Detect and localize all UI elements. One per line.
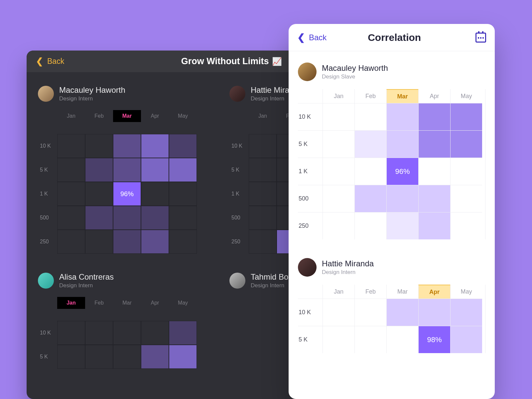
- heatmap-cell[interactable]: [113, 345, 141, 369]
- heatmap-cell[interactable]: [450, 212, 482, 239]
- heatmap-cell[interactable]: [169, 321, 197, 345]
- month-header[interactable]: Mar: [386, 285, 418, 299]
- heatmap-cell[interactable]: [450, 103, 482, 130]
- heatmap-cell[interactable]: [386, 130, 418, 158]
- month-header[interactable]: Feb: [354, 89, 386, 103]
- heatmap-cell[interactable]: [141, 230, 169, 254]
- month-header[interactable]: Apr: [418, 89, 450, 103]
- month-header[interactable]: May: [450, 89, 482, 103]
- heatmap-cell[interactable]: [323, 212, 354, 239]
- heatmap-cell-highlight[interactable]: 96%: [386, 158, 418, 185]
- heatmap-cell[interactable]: [57, 134, 85, 158]
- heatmap-cell[interactable]: [85, 345, 113, 369]
- month-header[interactable]: Jan: [323, 285, 354, 299]
- heatmap-cell[interactable]: [386, 326, 418, 353]
- heatmap-cell[interactable]: [57, 230, 85, 254]
- heatmap-cell[interactable]: [323, 130, 354, 158]
- heatmap-cell[interactable]: [169, 345, 197, 369]
- heatmap-cell[interactable]: [450, 299, 482, 326]
- avatar[interactable]: [229, 273, 245, 289]
- heatmap-cell[interactable]: [418, 185, 450, 212]
- heatmap-cell[interactable]: [57, 345, 85, 369]
- month-header[interactable]: Jan: [249, 110, 277, 122]
- month-header[interactable]: Mar: [113, 297, 141, 309]
- heatmap-cell[interactable]: [249, 134, 277, 158]
- heatmap-cell[interactable]: [418, 212, 450, 239]
- heatmap-cell[interactable]: [57, 206, 85, 230]
- heatmap-cell[interactable]: [418, 130, 450, 158]
- heatmap-cell[interactable]: [450, 185, 482, 212]
- avatar[interactable]: [298, 258, 317, 277]
- calendar-icon[interactable]: [475, 33, 486, 43]
- month-header[interactable]: Jan: [323, 89, 354, 103]
- heatmap-cell[interactable]: [169, 134, 197, 158]
- heatmap-cell[interactable]: [354, 212, 386, 239]
- heatmap-cell[interactable]: [249, 206, 277, 230]
- heatmap-cell[interactable]: [141, 158, 169, 182]
- month-header-selected[interactable]: Mar: [113, 110, 141, 122]
- heatmap-cell[interactable]: [354, 158, 386, 185]
- month-header[interactable]: Feb: [354, 285, 386, 299]
- heatmap-cell[interactable]: [354, 326, 386, 353]
- month-header[interactable]: Apr: [141, 297, 169, 309]
- heatmap-cell[interactable]: [141, 321, 169, 345]
- heatmap-cell[interactable]: [113, 206, 141, 230]
- heatmap-cell[interactable]: [249, 158, 277, 182]
- chevron-left-icon[interactable]: ❮: [36, 56, 43, 66]
- heatmap-cell[interactable]: [141, 345, 169, 369]
- month-header-selected[interactable]: Jan: [57, 297, 85, 309]
- chevron-left-icon[interactable]: ❮: [297, 32, 305, 43]
- heatmap-cell[interactable]: [113, 230, 141, 254]
- back-button[interactable]: Back: [47, 57, 64, 66]
- heatmap-cell-highlight[interactable]: 96%: [113, 182, 141, 206]
- heatmap-cell[interactable]: [85, 158, 113, 182]
- heatmap-cell[interactable]: [113, 158, 141, 182]
- heatmap-cell[interactable]: [386, 185, 418, 212]
- heatmap-cell[interactable]: [450, 158, 482, 185]
- month-header[interactable]: Jan: [57, 110, 85, 122]
- month-header[interactable]: May: [169, 110, 197, 122]
- heatmap-cell[interactable]: [249, 230, 277, 254]
- month-header[interactable]: Feb: [85, 110, 113, 122]
- heatmap-cell[interactable]: [57, 321, 85, 345]
- heatmap-cell[interactable]: [323, 326, 354, 353]
- heatmap-cell[interactable]: [85, 230, 113, 254]
- month-header[interactable]: Feb: [85, 297, 113, 309]
- heatmap-cell[interactable]: [418, 299, 450, 326]
- month-header-selected[interactable]: Apr: [418, 285, 450, 299]
- heatmap-cell[interactable]: [354, 185, 386, 212]
- heatmap-cell[interactable]: [354, 299, 386, 326]
- heatmap-cell[interactable]: [323, 103, 354, 130]
- heatmap-cell[interactable]: [85, 206, 113, 230]
- avatar[interactable]: [298, 63, 317, 81]
- heatmap-cell[interactable]: [323, 158, 354, 185]
- month-header[interactable]: May: [169, 297, 197, 309]
- avatar[interactable]: [38, 86, 54, 102]
- heatmap-cell[interactable]: [386, 212, 418, 239]
- heatmap-cell[interactable]: [85, 182, 113, 206]
- heatmap-cell[interactable]: [354, 103, 386, 130]
- heatmap-cell-highlight[interactable]: 98%: [418, 326, 450, 353]
- heatmap-cell[interactable]: [141, 134, 169, 158]
- heatmap-cell[interactable]: [386, 299, 418, 326]
- heatmap-cell[interactable]: [386, 103, 418, 130]
- heatmap-cell[interactable]: [354, 130, 386, 158]
- heatmap-cell[interactable]: [450, 326, 482, 353]
- heatmap-cell[interactable]: [85, 134, 113, 158]
- heatmap-cell[interactable]: [323, 299, 354, 326]
- heatmap-cell[interactable]: [169, 182, 197, 206]
- heatmap-cell[interactable]: [323, 185, 354, 212]
- heatmap-cell[interactable]: [141, 206, 169, 230]
- avatar[interactable]: [38, 273, 54, 289]
- heatmap-cell[interactable]: [113, 134, 141, 158]
- heatmap-cell[interactable]: [169, 158, 197, 182]
- heatmap-cell[interactable]: [113, 321, 141, 345]
- heatmap-cell[interactable]: [57, 182, 85, 206]
- heatmap-cell[interactable]: [85, 321, 113, 345]
- month-header[interactable]: May: [450, 285, 482, 299]
- heatmap-cell[interactable]: [418, 158, 450, 185]
- heatmap-cell[interactable]: [141, 182, 169, 206]
- month-header[interactable]: Apr: [141, 110, 169, 122]
- heatmap-cell[interactable]: [169, 206, 197, 230]
- avatar[interactable]: [229, 86, 245, 102]
